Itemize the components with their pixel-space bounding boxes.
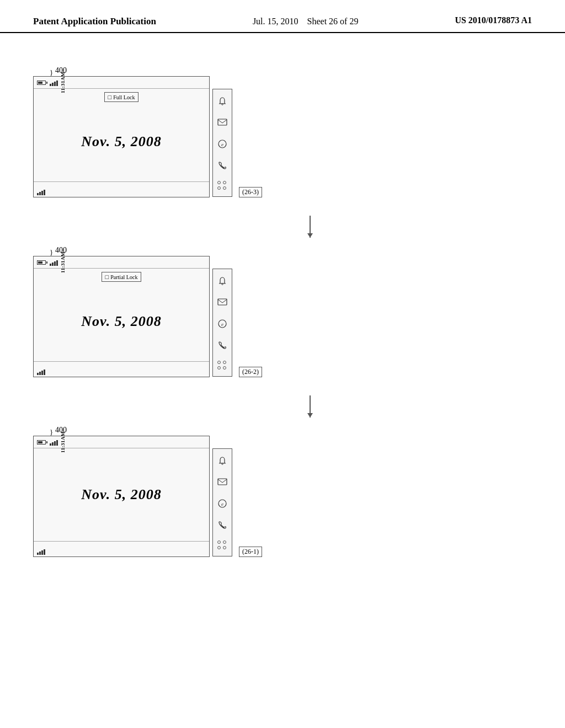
date-area-26-2: Nov. 5, 2008	[34, 282, 209, 361]
phone-screen-26-3: 11:31AM □ Full Lock Nov. 5, 2008	[33, 76, 210, 197]
signal-26-3	[50, 79, 58, 86]
sheet-info: Sheet 26 of 29	[307, 17, 359, 26]
phone-wrapper-26-3: 400 }	[33, 76, 210, 197]
ref-num-26-1: (26-1)	[239, 547, 262, 557]
date-area-26-1: Nov. 5, 2008	[34, 448, 209, 541]
battery-body-2	[37, 260, 46, 265]
dot-4	[223, 186, 226, 190]
patent-number: US 2010/0178873 A1	[455, 15, 532, 25]
bell-icon-3	[217, 456, 227, 466]
battery-tip	[46, 82, 47, 84]
ref-num-26-2: (26-2)	[239, 367, 262, 377]
screen-26-1: 400 }	[33, 426, 210, 567]
lock-label-box-26-2: □ Partial Lock	[102, 272, 142, 282]
bottom-signal-26-1	[37, 546, 45, 555]
arrow-head-2	[307, 413, 313, 417]
right-icons-26-3: e	[212, 89, 232, 197]
phone-screen-26-1: 11:31AM Nov. 5, 2008	[33, 436, 210, 557]
screen-26-2: 400 }	[33, 246, 210, 387]
right-icons-26-2: e	[212, 269, 232, 377]
phone-svg-3	[217, 520, 227, 530]
dots-grid-26-2	[217, 361, 227, 371]
lock-label-box-26-3: □ Full Lock	[104, 92, 139, 102]
status-bar-26-2: 11:31AM	[34, 256, 209, 269]
page-header: Patent Application Publication Jul. 15, …	[0, 0, 565, 33]
message-icon-26-2	[216, 297, 229, 309]
bottom-bar-26-2	[34, 361, 209, 377]
status-time-26-1: 11:31AM	[60, 431, 66, 453]
lock-label-text-26-3: Full Lock	[113, 94, 135, 100]
signal-bar-1	[50, 84, 51, 86]
b-signal-3	[41, 191, 43, 195]
bottom-bar-26-3	[34, 181, 209, 197]
phone-icon-26-3	[216, 159, 229, 172]
email-icon-26-2: e	[216, 318, 229, 330]
date-text-26-3: Nov. 5, 2008	[81, 133, 161, 150]
notification-icon-26-3	[216, 95, 229, 108]
message-svg-3	[217, 478, 227, 487]
bottom-bar-26-1	[34, 541, 209, 556]
battery-26-2	[37, 260, 47, 265]
svg-rect-1	[218, 119, 227, 125]
phone-screen-26-2: 11:31AM □ Partial Lock Nov. 5, 2008	[33, 256, 210, 377]
phone-icon-26-2	[216, 339, 229, 351]
lock-icon-26-2: □	[105, 274, 109, 280]
dot-1	[217, 181, 221, 184]
bell-icon	[217, 97, 227, 106]
dot-2	[223, 181, 226, 184]
svg-rect-5	[218, 299, 227, 305]
status-time-26-3: 11:31AM	[60, 72, 66, 93]
main-content: FIG. 26 400 }	[0, 33, 565, 575]
signal-bar-4	[56, 81, 58, 86]
dots-grid-26-3	[217, 181, 227, 191]
battery-26-3	[37, 81, 47, 85]
svg-text:e: e	[221, 501, 223, 507]
battery-26-1	[37, 440, 47, 445]
arrow-line-2	[310, 395, 311, 417]
right-icons-26-1: e	[212, 448, 232, 556]
status-bar-26-1: 11:31AM	[34, 436, 209, 448]
notification-icon-26-2	[216, 275, 229, 287]
ref-num-26-3: (26-3)	[239, 187, 262, 197]
message-svg	[217, 119, 227, 127]
phone-icon-26-1	[216, 519, 229, 531]
screen-26-3: 400 }	[33, 66, 210, 207]
battery-fill	[38, 82, 42, 84]
arrow-2	[310, 395, 311, 417]
publication-label: Patent Application Publication	[33, 15, 156, 28]
b-signal-2	[39, 192, 41, 195]
email-icon-26-3: e	[216, 138, 229, 150]
status-time-26-2: 11:31AM	[60, 251, 66, 273]
phone-wrapper-26-1: 400 }	[33, 436, 210, 557]
status-bar-26-3: 11:31AM	[34, 77, 209, 89]
bell-icon-2	[217, 276, 227, 286]
svg-text:e: e	[221, 322, 223, 327]
bottom-signal-26-2	[37, 366, 45, 375]
date-text-26-1: Nov. 5, 2008	[81, 486, 161, 503]
signal-bar-2	[52, 83, 54, 86]
notification-icon-26-1	[216, 455, 229, 467]
signal-26-1	[50, 439, 58, 446]
email-svg-2: e	[217, 319, 227, 329]
arrow-line-1	[310, 216, 311, 238]
b-signal-1	[37, 193, 39, 195]
lock-icon-26-3: □	[108, 94, 112, 100]
arrow-head-1	[307, 233, 313, 238]
phone-svg-2	[217, 340, 227, 350]
publication-date: Jul. 15, 2010	[253, 17, 299, 26]
signal-26-2	[50, 259, 58, 266]
battery-tip-3	[46, 441, 47, 443]
header-center: Jul. 15, 2010 Sheet 26 of 29	[253, 15, 359, 28]
b-signal-4	[44, 190, 45, 195]
message-icon-26-1	[216, 477, 229, 489]
bottom-signal-26-3	[37, 186, 45, 195]
battery-tip-2	[46, 261, 47, 264]
email-svg: e	[217, 139, 227, 149]
svg-text:e: e	[221, 142, 223, 147]
signal-bar-3	[54, 82, 56, 86]
email-svg-3: e	[217, 499, 227, 508]
arrow-1	[310, 216, 311, 238]
battery-body-3	[37, 440, 46, 445]
battery-body	[37, 81, 46, 85]
date-text-26-2: Nov. 5, 2008	[81, 313, 161, 330]
